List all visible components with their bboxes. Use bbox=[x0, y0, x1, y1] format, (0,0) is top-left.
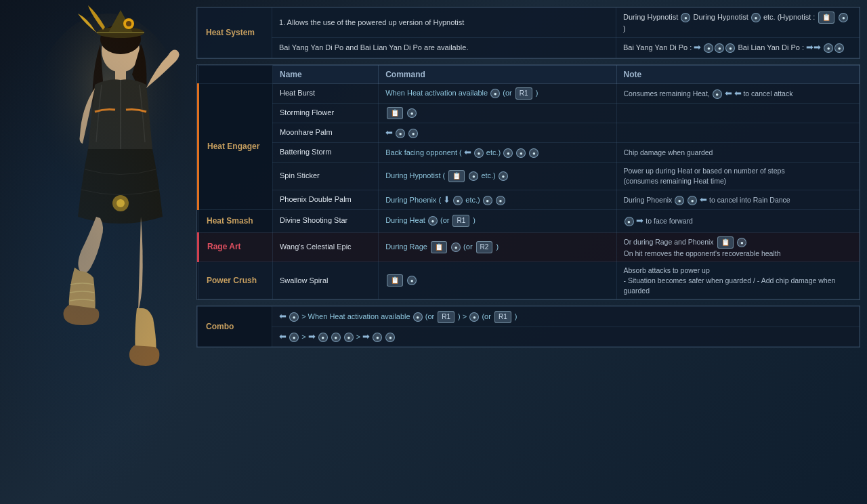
move-row-moonhare-palm: Moonhare Palm ⬅ ● ● bbox=[198, 123, 860, 142]
char-bg-effect bbox=[0, 0, 203, 504]
cmd-heat-burst: When Heat activation available ● (or R1 … bbox=[379, 83, 616, 103]
cmd-moonhare-palm: ⬅ ● ● bbox=[379, 123, 616, 142]
note-heat-burst: Consumes remaining Heat, ● ⬅ ⬅ to cancel… bbox=[616, 83, 859, 103]
cmd-divine-shooting-star: During Heat ● (or R1 ) bbox=[379, 209, 616, 232]
heat-engager-table: Name Command Note Heat Engager Heat Burs… bbox=[197, 65, 860, 300]
combo-section: Combo ⬅ ● > When Heat activation availab… bbox=[196, 306, 860, 348]
cmd-phoenix-double-palm: During Phoenix ( ⬇ ● etc.) ● ● bbox=[379, 190, 616, 209]
col-command-header: Command bbox=[379, 65, 616, 83]
cmd-wangs-celestial-epic: During Rage 📋 ● (or R2 ) bbox=[379, 232, 616, 262]
move-divine-shooting-star: Divine Shooting Star bbox=[273, 209, 379, 232]
combo-line-1: ⬅ ● > When Heat activation available ● (… bbox=[272, 307, 860, 327]
heat-system-table: Heat System 1. Allows the use of the pow… bbox=[197, 7, 860, 58]
note-battering-storm: Chip damage when guarded bbox=[616, 142, 859, 162]
btn-circle-2: ● bbox=[751, 13, 761, 22]
move-row-power-crush: Power Crush Swallow Spiral 📋 ● Absorb at… bbox=[198, 262, 860, 299]
move-row-rage-art: Rage Art Wang's Celestial Epic During Ra… bbox=[198, 232, 860, 262]
heat-engager-section: Name Command Note Heat Engager Heat Burs… bbox=[196, 64, 860, 301]
move-swallow-spiral: Swallow Spiral bbox=[273, 262, 379, 299]
move-battering-storm: Battering Storm bbox=[273, 142, 379, 162]
note-spin-sticker: Power up during Heat or based on number … bbox=[616, 163, 859, 190]
table-header-row: Name Command Note bbox=[198, 65, 860, 83]
move-row-spin-sticker: Spin Sticker During Hypnotist ( 📋 ● etc.… bbox=[198, 163, 860, 190]
btn-circle-1: ● bbox=[681, 13, 690, 22]
heat-engager-label: Heat Engager bbox=[198, 83, 273, 209]
combo-table: Combo ⬅ ● > When Heat activation availab… bbox=[197, 306, 860, 347]
move-phoenix-double-palm: Phoenix Double Palm bbox=[273, 190, 379, 209]
heat-system-cmd-1: During Hypnotist ● During Hypnotist ● et… bbox=[616, 8, 860, 38]
move-row-phoenix-double-palm: Phoenix Double Palm During Phoenix ( ⬇ ●… bbox=[198, 190, 860, 209]
move-row-battering-storm: Battering Storm Back facing opponent ( ⬅… bbox=[198, 142, 860, 162]
heat-system-label: Heat System bbox=[198, 8, 272, 58]
heat-system-row-1: Heat System 1. Allows the use of the pow… bbox=[198, 8, 860, 38]
move-row-storming-flower: Storming Flower 📋 ● bbox=[198, 103, 860, 123]
heat-system-desc-2: Bai Yang Yan Di Po and Bai Lian Yan Di P… bbox=[272, 38, 616, 58]
cmd-storming-flower: 📋 ● bbox=[379, 103, 616, 123]
btn-circle-3: ● bbox=[839, 13, 848, 22]
move-spin-sticker: Spin Sticker bbox=[273, 163, 379, 190]
rage-art-label: Rage Art bbox=[198, 232, 273, 262]
move-row-heat-burst: Heat Engager Heat Burst When Heat activa… bbox=[198, 83, 860, 103]
content-area: Heat System 1. Allows the use of the pow… bbox=[196, 7, 860, 497]
note-moonhare-palm bbox=[616, 123, 859, 142]
note-wangs-celestial-epic: Or during Rage and Phoenix 📋 ● On hit re… bbox=[616, 232, 859, 262]
note-swallow-spiral: Absorb attacks to power up - Situation b… bbox=[616, 262, 859, 299]
heat-system-cmd-2: Bai Yang Yan Di Po : ➡ ●●● Bai Lian Yan … bbox=[616, 38, 860, 58]
cmd-battering-storm: Back facing opponent ( ⬅ ● etc.) ● ● ● bbox=[379, 142, 616, 162]
heat-smash-label: Heat Smash bbox=[198, 209, 273, 232]
combo-row-2: ⬅ ● > ➡ ● ● ● > ➡ ● ● bbox=[198, 327, 860, 347]
move-row-heat-smash: Heat Smash Divine Shooting Star During H… bbox=[198, 209, 860, 232]
heat-system-desc-1: 1. Allows the use of the powered up vers… bbox=[272, 8, 616, 38]
col-name-header: Name bbox=[273, 65, 379, 83]
heat-system-section: Heat System 1. Allows the use of the pow… bbox=[196, 7, 860, 59]
combo-row-1: Combo ⬅ ● > When Heat activation availab… bbox=[198, 307, 860, 327]
hypnotist-icon: 📋 bbox=[818, 12, 834, 24]
heat-system-row-2: Bai Yang Yan Di Po and Bai Lian Yan Di P… bbox=[198, 38, 860, 58]
note-divine-shooting-star: ● ➡ to face forward bbox=[616, 209, 859, 232]
note-storming-flower bbox=[616, 103, 859, 123]
move-heat-burst: Heat Burst bbox=[273, 83, 379, 103]
move-storming-flower: Storming Flower bbox=[273, 103, 379, 123]
cmd-swallow-spiral: 📋 ● bbox=[379, 262, 616, 299]
move-moonhare-palm: Moonhare Palm bbox=[273, 123, 379, 142]
power-crush-label: Power Crush bbox=[198, 262, 273, 299]
cmd-spin-sticker: During Hypnotist ( 📋 ● etc.) ● bbox=[379, 163, 616, 190]
note-phoenix-double-palm: During Phoenix ● ● ⬅ to cancel into Rain… bbox=[616, 190, 859, 209]
character-area bbox=[0, 0, 203, 504]
combo-line-2: ⬅ ● > ➡ ● ● ● > ➡ ● ● bbox=[272, 327, 860, 347]
move-wangs-celestial-epic: Wang's Celestial Epic bbox=[273, 232, 379, 262]
col-note-header: Note bbox=[616, 65, 859, 83]
combo-label: Combo bbox=[198, 307, 272, 347]
